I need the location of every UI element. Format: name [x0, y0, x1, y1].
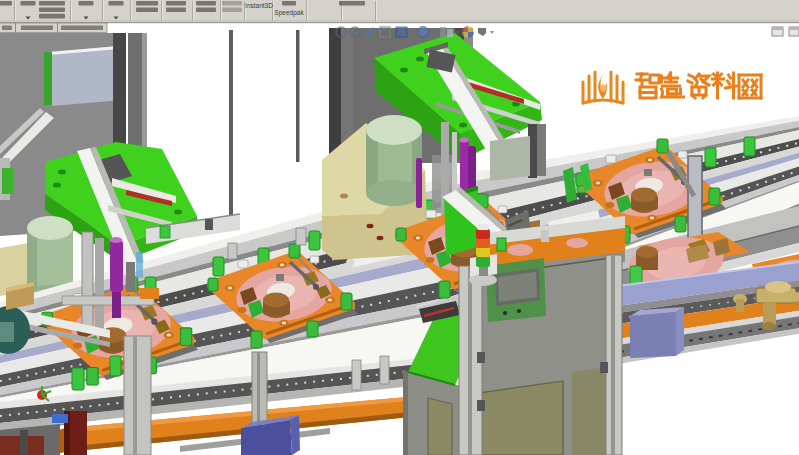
- svg-text:Speedpak: Speedpak: [274, 9, 304, 17]
- svg-text:Instant3D: Instant3D: [245, 2, 273, 9]
